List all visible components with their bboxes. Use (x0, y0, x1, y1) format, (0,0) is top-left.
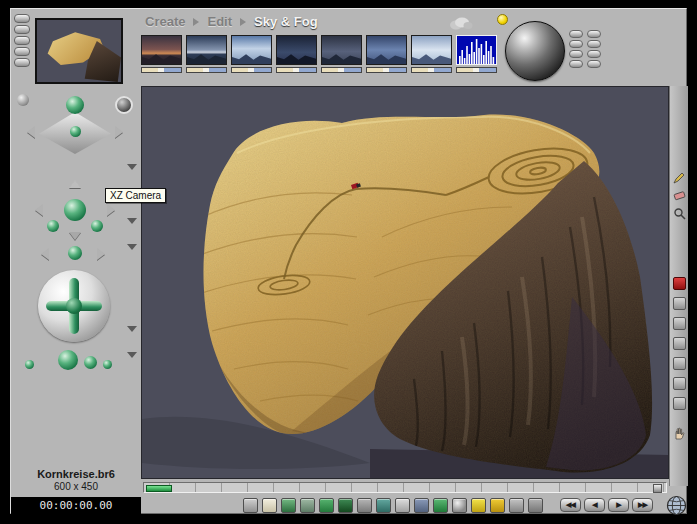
stack-pill-button[interactable] (569, 50, 583, 58)
sky-preset-1[interactable] (141, 35, 182, 73)
tree-icon[interactable] (319, 498, 334, 513)
sky-preset-3[interactable] (231, 35, 272, 73)
tool-icon-6[interactable] (673, 397, 686, 410)
flyout-triangle-icon[interactable] (127, 326, 137, 332)
corner-pill-button[interactable] (14, 14, 30, 23)
hand-pan-icon[interactable] (673, 426, 686, 439)
cloud-icon[interactable] (447, 16, 473, 34)
render-swatch-icon[interactable] (673, 277, 686, 290)
menu-sky-fog[interactable]: Sky & Fog (254, 14, 318, 29)
globe-icon[interactable] (666, 495, 687, 516)
flyout-triangle-icon[interactable] (127, 352, 137, 358)
menu-create[interactable]: Create (145, 14, 185, 29)
corner-pill-button[interactable] (14, 25, 30, 34)
animation-timeline-scrubber[interactable] (143, 482, 667, 493)
sky-preset-thumbnail[interactable] (231, 35, 272, 65)
flyout-triangle-icon[interactable] (127, 218, 137, 224)
corner-pill-button[interactable] (14, 47, 30, 56)
sphere-object-icon[interactable] (452, 498, 467, 513)
corner-pill-button[interactable] (14, 58, 30, 67)
move-left-arrow-icon[interactable] (35, 204, 43, 216)
sky-preset-thumbnail[interactable] (186, 35, 227, 65)
preview-ball-row-control[interactable] (21, 348, 133, 378)
jump-start-button[interactable]: ◀◀ (560, 498, 581, 512)
tool-icon-4[interactable] (673, 357, 686, 370)
terrain-icon[interactable] (281, 498, 296, 513)
bush-icon[interactable] (338, 498, 353, 513)
pyramid-left-arrow-icon[interactable] (27, 126, 35, 138)
jump-end-button[interactable]: ▶▶ (632, 498, 653, 512)
timeline-progress-bar[interactable] (146, 485, 172, 492)
tool-icon-2[interactable] (673, 317, 686, 330)
rock-icon[interactable] (357, 498, 372, 513)
pyramid-right-arrow-icon[interactable] (115, 126, 123, 138)
sky-preset-thumbnail[interactable] (276, 35, 317, 65)
clock-icon[interactable] (243, 498, 258, 513)
light-icon[interactable] (471, 498, 486, 513)
tool-icon-1[interactable] (673, 297, 686, 310)
scene-viewport[interactable] (141, 86, 669, 479)
play-button[interactable]: ▶ (608, 498, 629, 512)
stack-pill-button[interactable] (587, 60, 601, 68)
sky-preset-thumbnail[interactable] (366, 35, 407, 65)
flyout-triangle-icon[interactable] (127, 244, 137, 250)
sky-preset-6[interactable] (366, 35, 407, 73)
pan-left-arrow-icon[interactable] (41, 248, 49, 260)
document-icon[interactable] (262, 498, 277, 513)
corner-pill-button[interactable] (14, 36, 30, 45)
tool-icon-5[interactable] (673, 377, 686, 390)
camera-object-icon[interactable] (509, 498, 524, 513)
sky-preset-thumbnail[interactable] (141, 35, 182, 65)
ball-small-2[interactable] (103, 360, 112, 369)
pan-right-arrow-icon[interactable] (97, 248, 105, 260)
flyout-triangle-icon[interactable] (127, 164, 137, 170)
sky-preset-thumbnail[interactable] (411, 35, 452, 65)
move-center-ball[interactable] (64, 199, 86, 221)
sky-preset-5[interactable] (321, 35, 362, 73)
camera-pan-control[interactable] (35, 244, 115, 266)
eraser-icon[interactable] (673, 188, 686, 201)
tool-icon-3[interactable] (673, 337, 686, 350)
ball-xsmall[interactable] (25, 360, 34, 369)
stone-icon[interactable] (300, 498, 315, 513)
sky-preset-4[interactable] (276, 35, 317, 73)
camera-ball-center[interactable] (70, 126, 81, 137)
cloud-object-icon[interactable] (395, 498, 410, 513)
timeline-handle[interactable] (653, 484, 662, 493)
camera-view-pyramid-control[interactable] (27, 94, 123, 158)
stack-pill-button[interactable] (569, 60, 583, 68)
stack-pill-button[interactable] (587, 30, 601, 38)
scene-preview-thumbnail[interactable] (35, 18, 123, 84)
menu-edit[interactable]: Edit (207, 14, 232, 29)
water-icon[interactable] (376, 498, 391, 513)
sky-preset-7[interactable] (411, 35, 452, 73)
trackball-center-ball[interactable] (66, 298, 82, 314)
sky-material-sphere[interactable] (505, 21, 565, 81)
stack-pill-button[interactable] (569, 30, 583, 38)
move-side-ball-right[interactable] (91, 220, 103, 232)
pencil-icon[interactable] (673, 170, 686, 183)
move-right-arrow-icon[interactable] (107, 204, 115, 216)
move-up-arrow-icon[interactable] (69, 180, 81, 188)
histogram-thumbnail[interactable] (456, 35, 497, 65)
grass-icon[interactable] (433, 498, 448, 513)
mountain-icon[interactable] (414, 498, 429, 513)
sun-object-icon[interactable] (490, 498, 505, 513)
move-side-ball-left[interactable] (47, 220, 59, 232)
camera-ball-top[interactable] (66, 96, 84, 114)
ball-medium[interactable] (84, 356, 97, 369)
group-icon[interactable] (528, 498, 543, 513)
camera-trackball-control[interactable] (38, 270, 110, 342)
sun-icon[interactable] (497, 14, 508, 25)
step-back-button[interactable]: ◀ (584, 498, 605, 512)
magnifier-icon[interactable] (673, 206, 686, 219)
ball-large[interactable] (58, 350, 78, 370)
sky-histogram-preset[interactable] (456, 35, 497, 73)
sky-preset-thumbnail[interactable] (321, 35, 362, 65)
sky-preset-2[interactable] (186, 35, 227, 73)
stack-pill-button[interactable] (569, 40, 583, 48)
stack-pill-button[interactable] (587, 40, 601, 48)
move-down-arrow-icon[interactable] (69, 232, 81, 240)
stack-pill-button[interactable] (587, 50, 601, 58)
pan-ball[interactable] (68, 246, 82, 260)
